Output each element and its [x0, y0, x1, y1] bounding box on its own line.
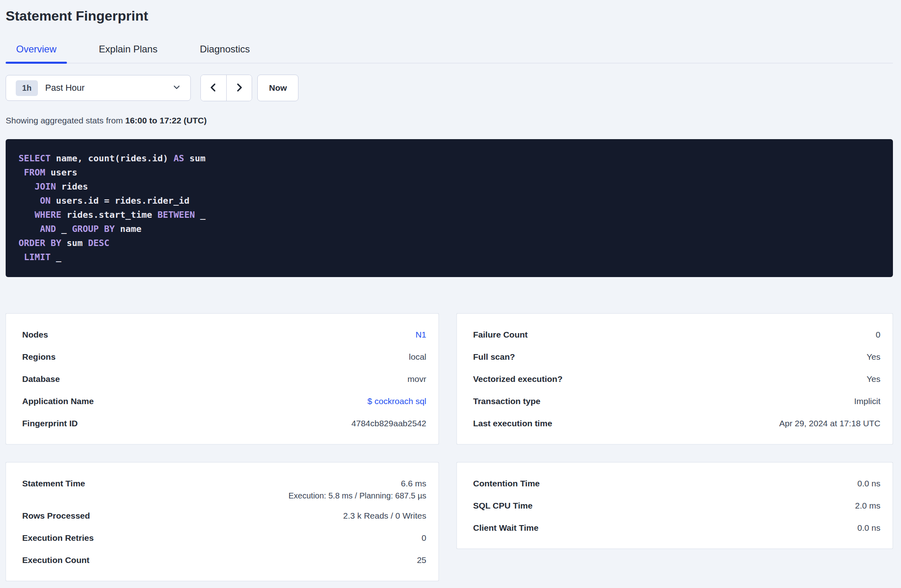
stat-row: Databasemovr: [22, 368, 426, 390]
chevron-down-icon: [172, 82, 181, 94]
stat-row: Transaction typeImplicit: [473, 390, 880, 412]
stat-value: Apr 29, 2024 at 17:18 UTC: [779, 419, 880, 428]
stat-row: SQL CPU Time2.0 ms: [473, 494, 880, 517]
time-range-picker[interactable]: 1h Past Hour: [6, 75, 191, 101]
sql-line: ORDER BY sum DESC: [19, 236, 880, 250]
stat-label: Regions: [22, 352, 56, 362]
caption-prefix: Showing aggregated stats from: [6, 116, 125, 125]
stat-label: Rows Processed: [22, 511, 90, 521]
statement-details-panel-left: NodesN1RegionslocalDatabasemovrApplicati…: [6, 313, 439, 444]
sql-line: AND _ GROUP BY name: [19, 222, 880, 236]
stat-value: 0.0 ns: [857, 479, 880, 488]
time-controls: 1h Past Hour: [6, 75, 893, 101]
statement-timing-panel-right: Contention Time0.0 nsSQL CPU Time2.0 msC…: [457, 462, 893, 549]
stat-value: Yes: [867, 374, 880, 384]
stat-label: Contention Time: [473, 479, 540, 488]
sql-line: LIMIT _: [19, 250, 880, 264]
stat-value: 4784cb829aab2542: [351, 419, 426, 428]
stat-row: Client Wait Time0.0 ns: [473, 517, 880, 539]
stat-value: 0: [421, 533, 426, 543]
stat-value-link[interactable]: $ cockroach sql: [367, 396, 426, 406]
stat-value: 2.3 k Reads / 0 Writes: [343, 511, 426, 521]
sql-line: ON users.id = rides.rider_id: [19, 194, 880, 208]
stat-label: Nodes: [22, 330, 48, 340]
caption-time-range: 16:00 to 17:22 (UTC): [125, 116, 207, 125]
stat-label: Vectorized execution?: [473, 374, 563, 384]
sql-line: WHERE rides.start_time BETWEEN _: [19, 208, 880, 222]
stat-label: Execution Retries: [22, 533, 94, 543]
time-nav-group: [200, 75, 252, 101]
stat-value: 25: [417, 555, 426, 565]
stat-label: Failure Count: [473, 330, 528, 340]
stat-row: Contention Time0.0 ns: [473, 472, 880, 494]
sql-line: SELECT name, count(rides.id) AS sum: [19, 151, 880, 165]
stat-row: Execution Retries0: [22, 527, 426, 549]
sql-statement-box: SELECT name, count(rides.id) AS sum FROM…: [6, 139, 893, 277]
stat-label: SQL CPU Time: [473, 501, 532, 511]
stat-label: Execution Count: [22, 555, 90, 565]
page-title: Statement Fingerprint: [6, 7, 893, 24]
chevron-right-icon: [234, 82, 244, 94]
stat-value: local: [409, 352, 426, 362]
statement-details-panel-right: Failure Count0Full scan?YesVectorized ex…: [457, 313, 893, 444]
stat-value: 2.0 ms: [855, 501, 880, 511]
sql-line: FROM users: [19, 165, 880, 179]
tab-diagnostics[interactable]: Diagnostics: [189, 44, 260, 63]
chevron-left-icon: [208, 82, 219, 94]
stat-label: Transaction type: [473, 396, 540, 406]
tab-overview[interactable]: Overview: [6, 44, 67, 63]
stat-value: 0.0 ns: [857, 523, 880, 533]
stat-label: Statement Time: [22, 479, 85, 488]
stat-row: Vectorized execution?Yes: [473, 368, 880, 390]
stat-row: Application Name$ cockroach sql: [22, 390, 426, 412]
previous-time-button[interactable]: [201, 75, 227, 101]
sql-line: JOIN rides: [19, 179, 880, 194]
summary-panels: NodesN1RegionslocalDatabasemovrApplicati…: [6, 313, 893, 581]
stat-label: Database: [22, 374, 60, 384]
stat-label: Full scan?: [473, 352, 515, 362]
next-time-button[interactable]: [227, 75, 252, 101]
stat-label: Last execution time: [473, 419, 552, 428]
time-range-label: Past Hour: [45, 83, 172, 93]
tab-explain-plans[interactable]: Explain Plans: [88, 44, 168, 63]
sql-code: SELECT name, count(rides.id) AS sum FROM…: [19, 151, 880, 264]
stat-value: 6.6 ms: [401, 479, 426, 488]
stat-value: Implicit: [854, 396, 880, 406]
stat-subvalue: Execution: 5.8 ms / Planning: 687.5 µs: [22, 491, 426, 500]
stat-row: Last execution timeApr 29, 2024 at 17:18…: [473, 412, 880, 434]
stat-row: Fingerprint ID4784cb829aab2542: [22, 412, 426, 434]
stat-label: Application Name: [22, 396, 94, 406]
tab-bar: Overview Explain Plans Diagnostics: [6, 44, 893, 63]
statement-timing-panel-left: Statement Time6.6 msExecution: 5.8 ms / …: [6, 462, 439, 581]
stat-row: Execution Count25: [22, 549, 426, 571]
stat-row: Regionslocal: [22, 346, 426, 368]
time-range-badge: 1h: [16, 80, 38, 96]
stat-label: Fingerprint ID: [22, 419, 78, 428]
stat-row: Full scan?Yes: [473, 346, 880, 368]
stat-row: NodesN1: [22, 323, 426, 346]
stat-row: Rows Processed2.3 k Reads / 0 Writes: [22, 505, 426, 527]
aggregated-stats-caption: Showing aggregated stats from 16:00 to 1…: [6, 116, 893, 125]
stat-value: 0: [876, 330, 880, 340]
statement-fingerprint-page: Statement Fingerprint Overview Explain P…: [0, 0, 901, 588]
stat-value: Yes: [867, 352, 880, 362]
stat-value-link[interactable]: N1: [415, 330, 426, 340]
now-button[interactable]: Now: [257, 75, 298, 101]
stat-value: movr: [407, 374, 426, 384]
stat-row: Failure Count0: [473, 323, 880, 346]
stat-label: Client Wait Time: [473, 523, 538, 533]
